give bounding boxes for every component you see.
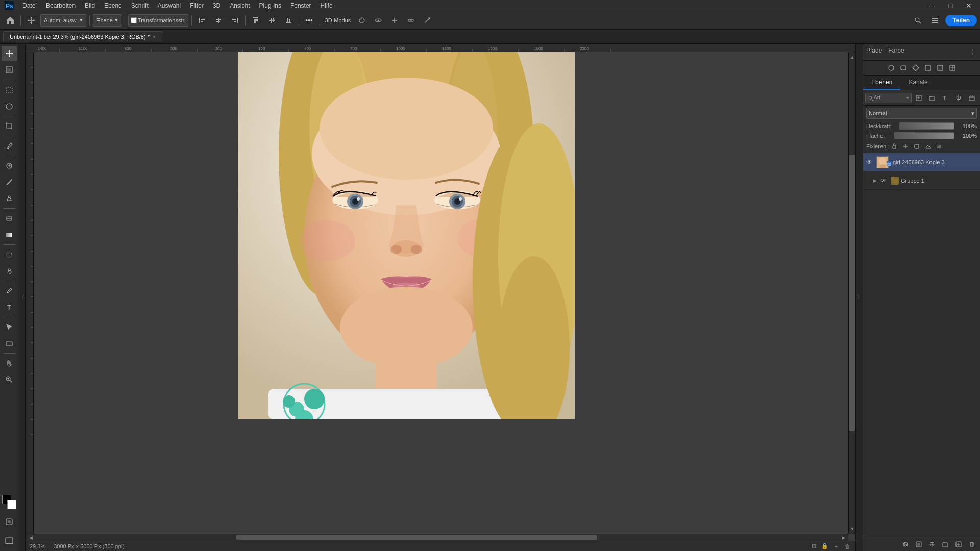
share-button[interactable]: Teilen: [945, 15, 977, 26]
scrollbar-right-btn[interactable]: ▶: [838, 534, 848, 541]
menu-datei[interactable]: Datei: [18, 1, 41, 10]
menu-3d[interactable]: 3D: [209, 1, 225, 10]
more-options-btn[interactable]: •••: [302, 13, 316, 28]
menu-bild[interactable]: Bild: [81, 1, 99, 10]
menu-hilfe[interactable]: Hilfe: [316, 1, 337, 10]
valign-bottom-btn[interactable]: [281, 13, 296, 28]
fix-position-icon[interactable]: [890, 142, 899, 151]
fill-slider[interactable]: [894, 132, 954, 139]
healing-tool[interactable]: [2, 158, 17, 173]
pen-tool[interactable]: [2, 283, 17, 298]
status-delete-btn[interactable]: 🗑: [843, 543, 851, 550]
canvas-viewport[interactable]: [34, 52, 848, 534]
maximize-btn[interactable]: □: [943, 0, 958, 13]
create-group-btn[interactable]: [926, 92, 938, 104]
hand-tool[interactable]: [2, 356, 17, 371]
pan-btn[interactable]: [387, 13, 402, 28]
adjustment-layer-btn[interactable]: [952, 92, 965, 104]
workspace-btn[interactable]: [928, 13, 942, 28]
layers-tab[interactable]: Ebenen: [863, 76, 900, 90]
eyedropper-tool[interactable]: [2, 138, 17, 154]
scrollbar-up-btn[interactable]: ▲: [849, 52, 855, 62]
align-right-btn[interactable]: [228, 13, 242, 28]
delete-layer-btn[interactable]: [966, 538, 978, 550]
fix-art-icon[interactable]: [923, 142, 933, 151]
rotate-3d-btn[interactable]: [355, 13, 369, 28]
fix-all-icon[interactable]: all: [935, 142, 944, 151]
slide-btn[interactable]: [404, 13, 418, 28]
layer-visibility-0[interactable]: 👁: [866, 159, 874, 166]
scrollbar-down-btn[interactable]: ▼: [849, 523, 855, 534]
opacity-slider[interactable]: [899, 122, 954, 130]
layer-filter-dropdown-icon[interactable]: ▾: [906, 95, 909, 101]
left-collapse-btn[interactable]: 〈: [18, 44, 26, 551]
eraser-tool[interactable]: [2, 211, 17, 226]
document-tab[interactable]: Unbenannt-1 bei 29,3% (girl-2406963 Kopi…: [3, 31, 162, 42]
status-add-btn[interactable]: +: [832, 543, 840, 550]
valign-middle-btn[interactable]: [265, 13, 279, 28]
new-layer-footer-btn[interactable]: [952, 538, 965, 550]
search-btn[interactable]: [911, 13, 925, 28]
transform-checkbox[interactable]: [131, 17, 137, 23]
background-color[interactable]: [7, 500, 16, 509]
diamond-icon[interactable]: [911, 63, 921, 73]
paths-tab[interactable]: Pfade: [866, 47, 882, 57]
blend-mode-select[interactable]: Normal ▾: [866, 108, 977, 119]
screen-mode-btn[interactable]: [2, 534, 17, 549]
scrollbar-thumb-h[interactable]: [236, 535, 597, 540]
layer-item-0[interactable]: 👁 girl-2406963 Kopie 3: [863, 153, 980, 171]
fix-move-icon[interactable]: [901, 142, 910, 151]
gradient-tool[interactable]: [2, 227, 17, 242]
menu-plugins[interactable]: Plug-ins: [255, 1, 285, 10]
rounded-rect-icon[interactable]: [898, 63, 909, 73]
home-btn[interactable]: [3, 13, 17, 28]
move-tool-option[interactable]: [24, 13, 38, 28]
layer-visibility-1[interactable]: 👁: [880, 177, 889, 184]
menu-filter[interactable]: Filter: [186, 1, 208, 10]
create-group-footer-btn[interactable]: [939, 538, 951, 550]
vertical-scrollbar[interactable]: ▲ ▼: [848, 52, 855, 534]
ebene-dropdown[interactable]: Ebene ▾: [93, 14, 121, 27]
quick-mask-btn[interactable]: [2, 514, 17, 530]
channels-tab[interactable]: Kanäle: [900, 76, 936, 90]
crop-tool[interactable]: [2, 118, 17, 134]
menu-fenster[interactable]: Fenster: [286, 1, 315, 10]
panel-collapse-btn[interactable]: 〈: [965, 46, 977, 58]
brush-tool[interactable]: [2, 174, 17, 190]
orbit-btn[interactable]: [371, 13, 385, 28]
crop-icon[interactable]: [935, 63, 945, 73]
blur-tool[interactable]: [2, 247, 17, 262]
grid-icon[interactable]: [947, 63, 958, 73]
scrollbar-thumb-v[interactable]: [849, 155, 855, 431]
color-tab[interactable]: Farbe: [888, 47, 904, 57]
scale-btn[interactable]: [420, 13, 434, 28]
tab-close-btn[interactable]: ×: [153, 34, 156, 40]
type-tool[interactable]: T: [2, 299, 17, 315]
artboard-tool[interactable]: [2, 62, 17, 78]
new-layer-fx-btn[interactable]: [913, 92, 925, 104]
rectangular-select-tool[interactable]: [2, 82, 17, 97]
menu-bearbeiten[interactable]: Bearbeiten: [42, 1, 80, 10]
status-lock-btn[interactable]: 🔒: [821, 543, 829, 550]
add-layer-style-btn[interactable]: fx: [899, 538, 912, 550]
menu-auswahl[interactable]: Auswahl: [154, 1, 185, 10]
dodge-tool[interactable]: [2, 263, 17, 279]
shape-tool[interactable]: [2, 336, 17, 351]
path-select-tool[interactable]: [2, 319, 17, 335]
lasso-tool[interactable]: [2, 98, 17, 114]
layer-expand-1[interactable]: ▶: [873, 178, 878, 183]
align-center-btn[interactable]: [211, 13, 226, 28]
move-tool[interactable]: [2, 46, 17, 61]
zoom-tool[interactable]: [2, 372, 17, 387]
smart-object-btn[interactable]: [966, 92, 978, 104]
menu-ebene[interactable]: Ebene: [100, 1, 126, 10]
horizontal-scrollbar[interactable]: ◀ ▶: [26, 534, 855, 541]
layer-item-1[interactable]: ▶ 👁 Gruppe 1: [863, 171, 980, 190]
minimize-btn[interactable]: ─: [925, 0, 939, 13]
right-collapse-btn[interactable]: 〉: [855, 44, 863, 551]
add-adjustment-btn[interactable]: [926, 538, 938, 550]
clone-stamp-tool[interactable]: [2, 191, 17, 206]
auto-dropdown[interactable]: Autom. ausw. ▾: [40, 14, 86, 27]
square-icon[interactable]: [923, 63, 933, 73]
valign-top-btn[interactable]: [249, 13, 263, 28]
